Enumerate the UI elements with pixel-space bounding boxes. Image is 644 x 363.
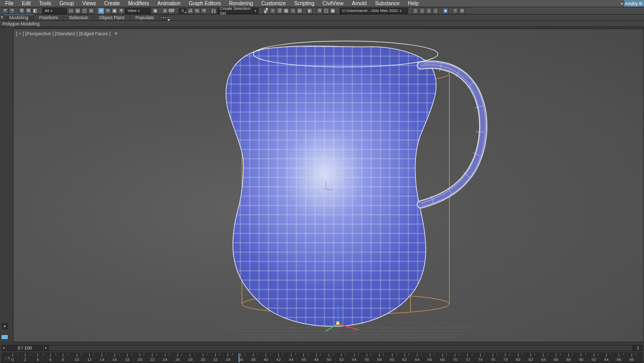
ribbon-dropdown-icon[interactable]: ▾ [0, 14, 4, 20]
menu-tools[interactable]: Tools [36, 1, 54, 6]
percent-snap-button[interactable]: % [194, 8, 200, 14]
angle-snap-button[interactable]: ⦨ [187, 8, 193, 14]
time-next-button[interactable]: ▸ [44, 345, 48, 351]
select-object-button[interactable]: ▭ [68, 8, 74, 14]
world-button[interactable]: ⊕ [459, 8, 465, 14]
ribbon-tab-objectpaint[interactable]: Object Paint [94, 15, 130, 20]
undo-button[interactable]: ↶ [2, 8, 8, 14]
svg-line-5 [291, 327, 299, 338]
ribbon-tabs: ▾ Modeling Freeform Selection Object Pai… [0, 15, 644, 21]
viewport-label-view[interactable]: [Perspective ] [25, 31, 54, 36]
project-browser-button[interactable]: ▯ [432, 8, 439, 14]
viewport-label-menu[interactable]: [ + ] [16, 31, 24, 36]
ribbon-tab-modeling[interactable]: Modeling [4, 15, 34, 20]
keyboard-shortcut-button[interactable]: ⌨ [169, 8, 175, 14]
menu-grapheditors[interactable]: Graph Editors [186, 1, 224, 6]
reset-project-button[interactable]: ▯ [419, 8, 425, 14]
menu-animation[interactable]: Animation [155, 1, 184, 6]
link-button[interactable]: ⛓ [19, 8, 25, 14]
viewport[interactable]: [ + ] [Perspective ] [Standard ] [Edged … [13, 29, 644, 342]
snap-toggle-button[interactable]: 3▾ [178, 8, 187, 14]
menu-civilview[interactable]: CivilView [319, 1, 346, 6]
select-region-rect-button[interactable]: ▢ [81, 8, 88, 14]
trackbar-menu-icon[interactable]: ⋮≡ [2, 353, 11, 362]
layer-explorer-button[interactable]: ☰ [276, 8, 283, 14]
align-button[interactable]: ≡ [270, 8, 276, 14]
expand-trackbar-button[interactable]: ▸ [2, 323, 8, 329]
project-folder-button[interactable]: ▯ [412, 8, 418, 14]
time-track[interactable] [48, 345, 633, 351]
time-prev-button[interactable]: ◂ [2, 345, 6, 351]
svg-rect-29 [336, 322, 339, 325]
open-autodesk-button[interactable]: ◆ [442, 8, 449, 14]
viewport-label-shading[interactable]: [Standard ] [55, 31, 78, 36]
autoback-button[interactable]: ▯ [426, 8, 432, 14]
menu-edit[interactable]: Edit [19, 1, 34, 6]
material-editor-button[interactable]: ◐ [306, 8, 313, 14]
help-button[interactable]: ? [452, 8, 458, 14]
curve-editor-button[interactable]: ∿ [290, 8, 296, 14]
time-current-frame[interactable]: 0 / 100 [7, 345, 43, 351]
schematic-button[interactable]: ▤ [297, 8, 303, 14]
menu-arnold[interactable]: Arnold [348, 1, 370, 6]
ribbon-tab-selection[interactable]: Selection [64, 15, 94, 20]
viewport-label[interactable]: [ + ] [Perspective ] [Standard ] [Edged … [16, 31, 119, 36]
render-frame-button[interactable]: ▢ [323, 8, 329, 14]
manipulate-button[interactable]: ※ [162, 8, 168, 14]
playhead[interactable] [239, 353, 240, 362]
ribbon-tab-freeform[interactable]: Freeform [34, 15, 64, 20]
time-tag-chip[interactable] [1, 334, 8, 340]
bind-space-button[interactable]: ◧ [32, 8, 38, 14]
axis-tripod-icon [324, 180, 334, 191]
render-setup-button[interactable]: ⚙ [316, 8, 323, 14]
menu-help[interactable]: Help [405, 1, 422, 6]
select-name-button[interactable]: ▤ [75, 8, 81, 14]
window-crossing-button[interactable]: ⧉ [88, 8, 94, 14]
use-pivot-button[interactable]: ◉ [152, 8, 158, 14]
refcoord-dropdown[interactable]: View▾ [125, 8, 151, 14]
left-command-strip: ▸ [0, 29, 13, 342]
ribbon-overflow-icon[interactable]: ▾ [161, 15, 169, 20]
menu-file[interactable]: File [2, 1, 17, 6]
menu-rendering[interactable]: Rendering [226, 1, 256, 6]
svg-line-6 [376, 327, 384, 338]
spinner-snap-button[interactable]: ⟲ [201, 8, 207, 14]
menubar: File Edit Tools Group Views Create Modif… [0, 0, 644, 7]
menu-create[interactable]: Create [101, 1, 123, 6]
redo-button[interactable]: ↷ [9, 8, 15, 14]
account-badge[interactable]: Andriy B. [624, 0, 644, 7]
svg-rect-15 [203, 38, 472, 339]
time-end-spinner[interactable]: ▴▾ [633, 345, 642, 351]
select-rotate-button[interactable]: ⟳ [105, 8, 111, 14]
toggle-ribbon-button[interactable]: ▦ [283, 8, 289, 14]
main-toolbar: ↶ ↷ ⛓ ⛓̷ ◧ All▾ ▭ ▤ ▢ ⧉ ✥ ⟳ ▣ ▼ View▾ ◉ … [0, 7, 644, 15]
select-move-button[interactable]: ✥ [98, 8, 104, 14]
viewport-label-edge[interactable]: [Edged Faces ] [79, 31, 110, 36]
selection-filter-dropdown[interactable]: All▾ [42, 8, 67, 14]
render-last-button[interactable]: ▣ [330, 8, 336, 14]
menu-scripting[interactable]: Scripting [291, 1, 317, 6]
unlink-button[interactable]: ⛓̷ [25, 8, 32, 14]
project-path[interactable]: C:\Users\andr...\3ds Max 2021▾ [340, 8, 408, 14]
mirror-button[interactable]: ▞ [263, 8, 269, 14]
ribbon-tab-populate[interactable]: Populate [130, 15, 160, 20]
menu-customize[interactable]: Customize [258, 1, 289, 6]
select-scale-button[interactable]: ▣ [111, 8, 118, 14]
select-place-button[interactable]: ▼ [118, 8, 124, 14]
svg-line-31 [326, 189, 332, 190]
menu-substance[interactable]: Substance [372, 1, 402, 6]
menu-group[interactable]: Group [57, 1, 77, 6]
trackbar[interactable]: ⋮≡ 0246810121416182022242628303234363840… [2, 353, 642, 363]
selection-set-dropdown[interactable]: Create Selection Set▾ [217, 8, 259, 14]
trackbar-scale[interactable]: 0246810121416182022242628303234363840424… [11, 353, 642, 362]
menu-modifiers[interactable]: Modifiers [125, 1, 152, 6]
time-slider[interactable]: ◂ 0 / 100 ▸ ▴▾ [2, 344, 642, 352]
edit-selection-set-button[interactable]: { } [211, 8, 217, 14]
ribbon-panel-label[interactable]: Polygon Modeling [0, 21, 644, 27]
svg-line-32 [324, 189, 326, 191]
scene-pitcher [109, 29, 566, 342]
menu-views[interactable]: Views [79, 1, 100, 6]
